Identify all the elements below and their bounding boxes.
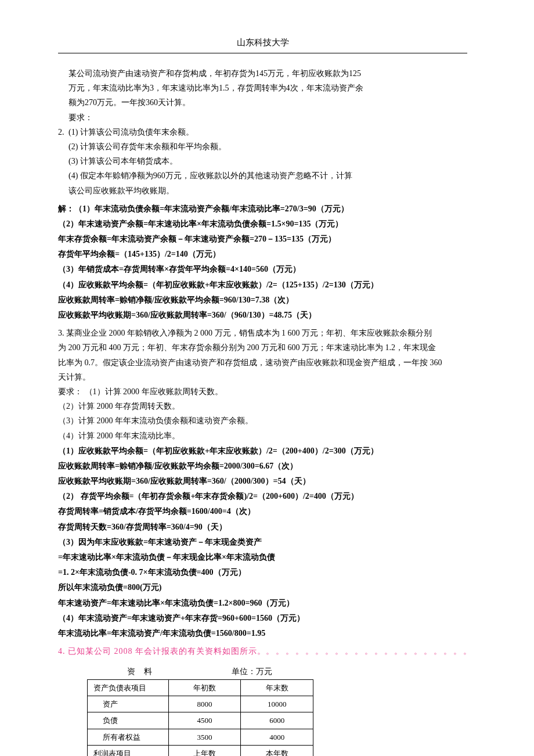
q2-sol-line: （3）年销货成本=存货周转率×存货年平均余额=4×140=560（万元） [58, 262, 467, 276]
q3-solution: （1）应收账款平均余额=（年初应收账款+年末应收账款）/2=（200+400）/… [58, 444, 467, 640]
table-row: 资产 8000 10000 [88, 696, 313, 712]
q2-stem-line: 某公司流动资产由速动资产和存货构成，年初存货为145万元，年初应收账款为125 [68, 66, 363, 81]
question-3: 3. 某商业企业 2000 年赊销收入净额为 2 000 万元，销售成本为 1 … [58, 326, 467, 443]
question-4-line: 4. 已知某公司 2008 年会计报表的有关资料如图所示。。。。。。。。。。。。… [58, 644, 467, 658]
q3-req-line: （2）计算 2000 年存货周转天数。 [58, 399, 467, 413]
q2-sol-line: 应收账款平均收账期=360/应收账款周转率=360/（960/130）=48.7… [58, 308, 467, 322]
table-cell: 8000 [168, 696, 241, 712]
q2-sol-line: 应收账款周转率=赊销净额/应收账款平均余额=960/130=7.38（次） [58, 293, 467, 307]
q3-sol-line: =1. 2×年末流动负债-0. 7×年末流动负债=400（万元） [58, 565, 467, 579]
q2-sol-line: 解：（1）年末流动负债余额=年末流动资产余额/年末流动比率=270/3=90（万… [58, 201, 467, 216]
q2-sol-line: （4）应收账款平均余额=（年初应收账款+年末应收账款）/2=（125+135）/… [58, 278, 467, 292]
q2-stem-line: 要求： [68, 110, 363, 125]
table-row: 资产负债表项目 年初数 年末数 [88, 679, 313, 696]
q3-req-line: （4）计算 2000 年年末流动比率。 [58, 429, 467, 443]
q3-sol-line: （3）因为年末应收账款=年末速动资产－年末现金类资产 [58, 535, 467, 549]
q3-sol-line: （2） 存货平均余额=（年初存货余额+年末存货余额)/2=（200+600）/2… [58, 489, 467, 503]
table-cell: 负债 [88, 712, 169, 729]
table-cell: 本年数 [241, 746, 313, 756]
table-cell: 资产负债表项目 [88, 679, 169, 696]
table-cell: 6000 [241, 712, 313, 729]
table-caption: 资 料 单位：万元 [87, 664, 313, 679]
q3-stem-line: 3. 某商业企业 2000 年赊销收入净额为 2 000 万元，销售成本为 1 … [58, 326, 467, 340]
q3-sol-line: 应收账款周转率=赊销净额/应收账款平均余额=2000/300=6.67（次） [58, 459, 467, 473]
table-caption-left: 资 料 [87, 664, 196, 679]
q3-sol-line: 存货周转天数=360/存货周转率=360/4=90（天） [58, 520, 467, 534]
header-divider [58, 53, 467, 53]
q2-sol-line: 存货年平均余额=（145+135）/2=140（万元） [58, 247, 467, 261]
table-row: 负债 4500 6000 [88, 712, 313, 729]
q3-sol-line: =年末速动比率×年末流动负债－年末现金比率×年末流动负债 [58, 550, 467, 564]
q4-text: 4. 已知某公司 2008 年会计报表的有关资料如图所示。 [58, 647, 266, 656]
page-header-title: 山东科技大学 [58, 35, 467, 51]
data-table-block: 资 料 单位：万元 资产负债表项目 年初数 年末数 资产 8000 10000 … [87, 664, 467, 756]
table-cell: 4000 [241, 729, 313, 745]
q2-stem-line: 万元，年末流动比率为3，年末速动比率为1.5，存货周转率为4次，年末流动资产余 [68, 81, 363, 95]
table-cell: 上年数 [168, 746, 241, 756]
q3-req-line: （3）计算 2000 年年末流动负债余额和速动资产余额。 [58, 413, 467, 428]
q2-sol-line: 年末存货余额=年末流动资产余额－年末速动资产余额=270－135=135（万元） [58, 232, 467, 246]
q3-sol-line: 年末流动比率=年末流动资产/年末流动负债=1560/800=1.95 [58, 626, 467, 640]
table-cell: 3500 [168, 729, 241, 745]
q2-stem-line: (4) 假定本年赊销净额为960万元，应收账款以外的其他速动资产忽略不计，计算 [68, 168, 363, 183]
table-cell: 资产 [88, 696, 169, 712]
q3-stem-line: 为 200 万元和 400 万元；年初、年末存货余额分别为 200 万元和 60… [58, 340, 467, 355]
table-row: 所有者权益 3500 4000 [88, 729, 313, 745]
q2-stem-line: (3) 计算该公司本年销货成本。 [68, 154, 363, 168]
table-row: 利润表项目 上年数 本年数 [88, 746, 313, 756]
q2-number: 2. [58, 125, 68, 139]
q2-stem-line: (1) 计算该公司流动负债年末余额。 [68, 125, 363, 139]
table-cell: 利润表项目 [88, 746, 169, 756]
q3-sol-line: 年末速动资产=年末速动比率×年末流动负债=1.2×800=960（万元） [58, 596, 467, 610]
q3-sol-line: （1）应收账款平均余额=（年初应收账款+年末应收账款）/2=（200+400）/… [58, 444, 467, 458]
data-table: 资产负债表项目 年初数 年末数 资产 8000 10000 负债 4500 60… [87, 679, 313, 757]
q2-stem-line: 该公司应收账款平均收账期。 [68, 183, 363, 198]
q3-stem-line: 天计算。 [58, 370, 467, 384]
table-cell: 年末数 [241, 679, 313, 696]
q3-stem-line: 比率为 0.7。假定该企业流动资产由速动资产和存货组成，速动资产由应收账款和现金… [58, 355, 467, 370]
q2-sol-line: （2）年末速动资产余额=年末速动比率×年末流动负债余额=1.5×90=135（万… [58, 217, 467, 231]
q3-sol-line: 所以年末流动负债=800(万元) [58, 580, 467, 595]
question-2: 2. 某公司流动资产由速动资产和存货构成，年初存货为145万元，年初应收账款为1… [58, 66, 467, 198]
q4-dots: 。。。。。。。。。。。。。。。。。。。。。。。。。。。。。。。。。 [266, 647, 467, 656]
table-cell: 所有者权益 [88, 729, 169, 745]
table-cell: 10000 [241, 696, 313, 712]
table-cell: 4500 [168, 712, 241, 729]
table-caption-right: 单位：万元 [198, 664, 306, 679]
q2-stem-line: 额为270万元。一年按360天计算。 [68, 95, 363, 110]
q2-stem-line: (2) 计算该公司存货年末余额和年平均余额。 [68, 139, 363, 154]
q3-sol-line: （4）年末流动资产=年末速动资产+年末存货=960+600=1560（万元） [58, 611, 467, 625]
q2-solution: 解：（1）年末流动负债余额=年末流动资产余额/年末流动比率=270/3=90（万… [58, 201, 467, 323]
q3-req-label: 要求： （1）计算 2000 年应收账款周转天数。 [58, 384, 467, 399]
q3-sol-line: 存货周转率=销货成本/存货平均余额=1600/400=4（次） [58, 504, 467, 519]
table-cell: 年初数 [168, 679, 241, 696]
q3-sol-line: 应收账款平均收账期=360/应收账款周转率=360/（2000/300）=54（… [58, 474, 467, 488]
